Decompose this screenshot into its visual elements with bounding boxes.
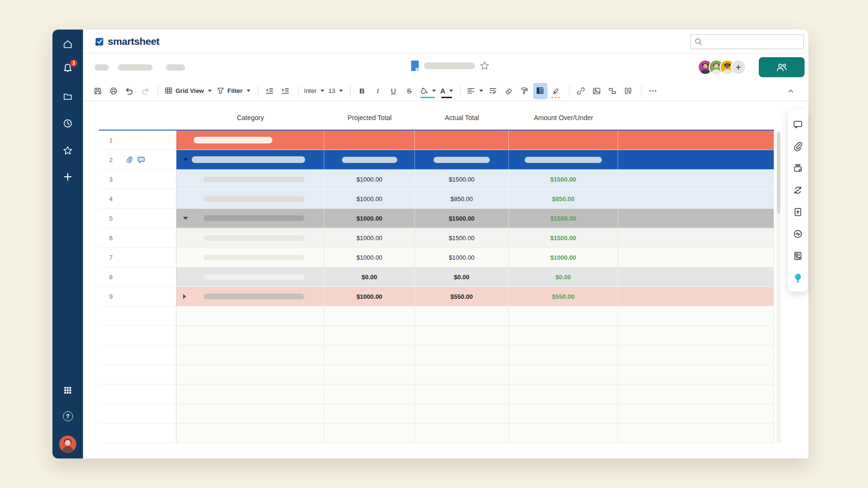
insert-link-button[interactable]	[574, 83, 588, 99]
actual-total-cell[interactable]	[415, 306, 509, 326]
amount-over-under-cell[interactable]	[509, 150, 618, 170]
whats-new-balloon-icon[interactable]	[788, 267, 808, 289]
actual-total-cell[interactable]	[415, 365, 509, 385]
amount-over-under-cell[interactable]: $850.00	[509, 189, 618, 209]
grid-row[interactable]: 2	[99, 150, 774, 170]
grid-row[interactable]: 4$1000.00$850.00$850.00	[99, 189, 774, 209]
trailing-empty-cell[interactable]	[618, 131, 774, 150]
sheet-summary-icon[interactable]	[788, 245, 808, 267]
add-collaborator-button[interactable]: +	[731, 60, 746, 75]
column-header-amount-over-under[interactable]: Amount Over/Under	[509, 112, 618, 124]
row-number-cell[interactable]: 8	[99, 267, 176, 287]
trailing-empty-cell[interactable]	[618, 365, 774, 385]
trailing-empty-cell[interactable]	[618, 150, 774, 170]
trailing-empty-cell[interactable]	[618, 248, 774, 267]
category-cell[interactable]	[176, 170, 324, 189]
row-number-cell[interactable]: 1	[99, 131, 176, 150]
trailing-empty-cell[interactable]	[618, 346, 774, 365]
align-dropdown[interactable]	[465, 83, 485, 99]
category-cell[interactable]	[176, 228, 324, 248]
category-cell[interactable]	[176, 365, 324, 385]
amount-over-under-cell[interactable]: $1500.00	[509, 170, 618, 189]
collapse-row-arrow[interactable]	[183, 158, 188, 161]
actual-total-cell[interactable]	[415, 404, 509, 424]
trailing-empty-cell[interactable]	[618, 424, 774, 443]
save-button[interactable]	[91, 83, 105, 99]
help-icon[interactable]: ?	[62, 410, 74, 422]
indent-button[interactable]	[278, 83, 292, 99]
projected-total-cell[interactable]	[324, 306, 415, 326]
collapse-toolbar-button[interactable]	[784, 84, 798, 98]
row-number-cell[interactable]	[99, 404, 176, 424]
home-icon[interactable]	[62, 38, 74, 51]
grid-row[interactable]: 8$0.00$0.00$0.00	[99, 267, 774, 287]
row-number-cell[interactable]	[99, 346, 176, 365]
actual-total-cell[interactable]	[415, 424, 509, 443]
category-cell[interactable]	[176, 404, 324, 424]
text-color-button[interactable]: A	[439, 83, 455, 99]
row-number-cell[interactable]: 7	[99, 248, 176, 267]
actual-total-cell[interactable]: $1500.00	[415, 209, 509, 228]
highlight-button[interactable]	[549, 83, 563, 99]
undo-button[interactable]	[122, 83, 136, 99]
amount-over-under-cell[interactable]: $1500.00	[509, 228, 618, 248]
category-cell[interactable]	[176, 326, 324, 346]
italic-button[interactable]: I	[371, 83, 385, 99]
format-painter-button[interactable]	[517, 83, 532, 99]
vertical-scrollbar[interactable]	[776, 131, 781, 443]
category-cell[interactable]	[176, 209, 324, 228]
projected-total-cell[interactable]	[324, 404, 415, 424]
category-cell[interactable]	[176, 424, 324, 443]
favorite-star-icon[interactable]	[479, 61, 490, 71]
row-number-cell[interactable]: 2	[99, 150, 176, 170]
category-cell[interactable]	[176, 189, 324, 209]
projected-total-cell[interactable]: $1000.00	[324, 287, 415, 306]
row-number-cell[interactable]	[99, 326, 176, 346]
insert-image-button[interactable]	[589, 83, 604, 99]
fill-color-button[interactable]	[418, 83, 437, 99]
column-header-projected-total[interactable]: Projected Total	[324, 112, 415, 124]
trailing-empty-cell[interactable]	[618, 404, 774, 424]
actual-total-cell[interactable]	[415, 326, 509, 346]
amount-over-under-cell[interactable]: $550.00	[509, 287, 618, 306]
amount-over-under-cell[interactable]	[509, 404, 618, 424]
column-header-category[interactable]: Category	[176, 112, 324, 124]
projected-total-cell[interactable]: $1000.00	[324, 248, 415, 267]
row-number-cell[interactable]: 9	[99, 287, 176, 306]
collapse-row-arrow[interactable]	[183, 217, 188, 220]
grid-empty-row[interactable]	[99, 306, 774, 326]
favorites-star-icon[interactable]	[62, 144, 74, 157]
view-mode-dropdown[interactable]: Grid View	[163, 83, 213, 99]
grid-row[interactable]: 6$1000.00$1500.00$1500.00	[99, 228, 774, 248]
font-family-dropdown[interactable]: Inter	[303, 83, 326, 99]
row-number-cell[interactable]	[99, 365, 176, 385]
trailing-empty-cell[interactable]	[618, 326, 774, 346]
share-button[interactable]	[759, 57, 805, 77]
smartsheet-logo[interactable]: smartsheet	[94, 36, 159, 47]
scrollbar-thumb[interactable]	[777, 132, 780, 214]
update-requests-icon[interactable]	[788, 179, 808, 201]
category-cell[interactable]	[176, 346, 324, 365]
amount-over-under-cell[interactable]	[509, 326, 618, 346]
actual-total-cell[interactable]: $850.00	[415, 189, 509, 209]
clear-formatting-button[interactable]	[502, 83, 516, 99]
app-launcher-icon[interactable]	[62, 384, 74, 396]
projected-total-cell[interactable]	[324, 326, 415, 346]
activity-log-icon[interactable]	[788, 223, 808, 245]
projected-total-cell[interactable]	[324, 131, 415, 150]
amount-over-under-cell[interactable]	[509, 131, 618, 150]
row-number-cell[interactable]	[99, 385, 176, 404]
row-number-cell[interactable]	[99, 306, 176, 326]
grid-row[interactable]: 3$1000.00$1500.00$1500.00	[99, 170, 774, 189]
row-number-cell[interactable]: 6	[99, 228, 176, 248]
trailing-empty-cell[interactable]	[618, 385, 774, 404]
grid-row[interactable]: 7$1000.00$1000.00$1000.00	[99, 248, 774, 267]
underline-button[interactable]: U	[386, 83, 401, 99]
projected-total-cell[interactable]	[324, 424, 415, 443]
actual-total-cell[interactable]: $0.00	[415, 267, 509, 287]
actual-total-cell[interactable]: $550.00	[415, 287, 509, 306]
category-cell[interactable]	[176, 385, 324, 404]
category-cell[interactable]	[176, 248, 324, 267]
strikethrough-button[interactable]: S	[402, 83, 416, 99]
category-cell[interactable]	[176, 150, 324, 170]
